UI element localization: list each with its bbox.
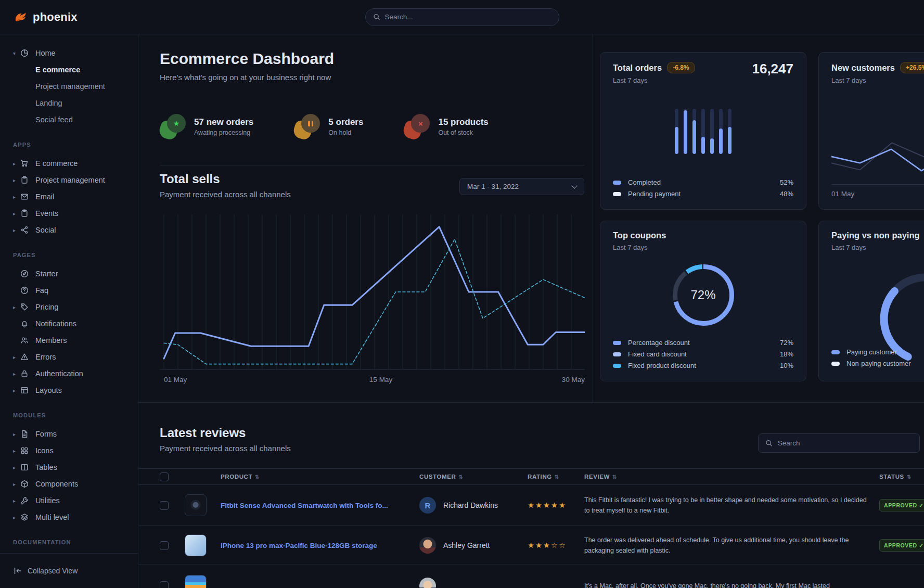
sidebar-item-errors[interactable]: ▸Errors xyxy=(0,349,138,365)
column-header-rating[interactable]: RATING⇅ xyxy=(528,474,584,480)
sidebar-item-label: Icons xyxy=(35,446,54,455)
sidebar-item-email[interactable]: ▸Email xyxy=(0,188,138,205)
row-checkbox[interactable] xyxy=(160,501,169,510)
reviews-search[interactable] xyxy=(758,433,920,453)
column-header-status[interactable]: STATUS⇅ xyxy=(879,474,924,480)
product-link[interactable]: iPhone 13 pro max-Pacific Blue-128GB sto… xyxy=(221,542,419,549)
global-search[interactable] xyxy=(365,8,559,26)
avatar: R xyxy=(419,497,436,514)
sidebar-subitem-social-feed[interactable]: Social feed xyxy=(0,111,138,128)
sidebar-item-utilities[interactable]: ▸Utilities xyxy=(0,492,138,509)
sidebar: ▾HomeE commerceProject managementLanding… xyxy=(0,34,138,588)
sidebar-item-authentication[interactable]: ▸Authentication xyxy=(0,365,138,382)
sidebar-item-faq[interactable]: Faq xyxy=(0,282,138,299)
caret-icon: ▸ xyxy=(13,161,20,167)
sidebar-item-multi-level[interactable]: ▸Multi level xyxy=(0,509,138,526)
caret-icon: ▾ xyxy=(13,50,20,56)
date-range-select[interactable]: Mar 1 - 31, 2022 xyxy=(459,178,584,195)
sidebar-group-heading: MODULES xyxy=(0,399,138,426)
sidebar-item-notifications[interactable]: Notifications xyxy=(0,315,138,332)
stat-icon-art xyxy=(294,114,320,139)
chevron-down-icon xyxy=(571,183,577,188)
order-bar xyxy=(684,109,687,154)
stat-text: 5 ordersOn hold xyxy=(328,117,363,136)
stat-icon-art: × xyxy=(404,114,430,139)
product-thumbnail[interactable] xyxy=(185,534,207,556)
card-period: Last 7 days xyxy=(613,244,793,251)
legend-value: 18% xyxy=(780,350,793,358)
x-axis-label: 01 May xyxy=(831,190,924,198)
sidebar-item-home[interactable]: ▾Home xyxy=(0,45,138,61)
column-header-product[interactable]: PRODUCT⇅ xyxy=(221,474,419,480)
sort-icon: ⇅ xyxy=(907,474,912,480)
row-checkbox[interactable] xyxy=(160,541,169,550)
product-thumbnail[interactable] xyxy=(185,494,207,516)
status-badge: APPROVED ✓ xyxy=(879,499,924,512)
legend-item: Fixed product discount10% xyxy=(613,362,793,369)
select-all-checkbox[interactable] xyxy=(160,472,169,481)
caret-icon: ▸ xyxy=(13,431,20,437)
sidebar-item-tables[interactable]: ▸Tables xyxy=(0,459,138,476)
sidebar-item-events[interactable]: ▸Events xyxy=(0,205,138,222)
column-header-customer[interactable]: CUSTOMER⇅ xyxy=(419,474,528,480)
stat-icon-art: ★ xyxy=(160,114,186,139)
product-link[interactable]: Fitbit Sense Advanced Smartwatch with To… xyxy=(221,502,419,509)
legend-swatch-icon xyxy=(613,181,621,185)
sidebar-subitem-project-management[interactable]: Project management xyxy=(0,78,138,95)
stat-value: 5 orders xyxy=(328,117,363,127)
avatar xyxy=(419,578,436,588)
stat-caption: On hold xyxy=(328,129,363,136)
order-bar xyxy=(710,109,714,154)
legend-value: 48% xyxy=(780,190,793,198)
product-thumbnail[interactable] xyxy=(185,575,207,588)
sidebar-group-heading: DOCUMENTATION xyxy=(0,526,138,553)
sidebar-item-members[interactable]: Members xyxy=(0,332,138,349)
top-navbar: phoenix xyxy=(0,0,924,34)
column-header-label: CUSTOMER xyxy=(419,474,456,480)
sidebar-item-social[interactable]: ▸Social xyxy=(0,222,138,238)
brand[interactable]: phoenix xyxy=(14,0,78,34)
sidebar-subitem-landing[interactable]: Landing xyxy=(0,95,138,111)
legend-label: Fixed product discount xyxy=(628,362,696,369)
stat-value: 57 new orders xyxy=(194,117,253,127)
collapse-label: Collapsed View xyxy=(28,567,78,575)
phoenix-logo-icon xyxy=(14,10,28,24)
card-total-orders: Total orders -6.8% 16,247 Last 7 days Co… xyxy=(600,52,806,210)
sidebar-item-icons[interactable]: ▸Icons xyxy=(0,442,138,459)
compass-icon xyxy=(20,270,29,278)
clipboard-icon xyxy=(20,176,29,184)
sidebar-subitem-e-commerce[interactable]: E commerce xyxy=(0,61,138,78)
sidebar-item-project-management[interactable]: ▸Project management xyxy=(0,172,138,188)
card-period: Last 7 days xyxy=(831,76,924,84)
sidebar-collapse-toggle[interactable]: Collapsed View xyxy=(0,553,138,588)
sidebar-subitem-label: Landing xyxy=(35,99,62,107)
stat-caption: Out of stock xyxy=(438,129,488,136)
customer-cell: Ashley Garrett xyxy=(419,537,528,554)
sidebar-item-components[interactable]: ▸Components xyxy=(0,476,138,492)
caret-icon: ▸ xyxy=(13,211,20,216)
global-search-input[interactable] xyxy=(385,13,551,21)
card-title: New customers xyxy=(831,63,895,73)
order-bar xyxy=(701,109,705,154)
svg-text:01 May: 01 May xyxy=(164,376,187,384)
stat-value: 15 products xyxy=(438,117,488,127)
column-header-review[interactable]: REVIEW⇅ xyxy=(584,474,879,480)
sidebar-item-e-commerce[interactable]: ▸E commerce xyxy=(0,155,138,172)
sidebar-item-starter[interactable]: Starter xyxy=(0,265,138,282)
sidebar-item-pricing[interactable]: ▸Pricing xyxy=(0,299,138,315)
coupons-legend: Percentage discount72%Fixed card discoun… xyxy=(613,339,793,369)
collapse-icon xyxy=(14,567,22,575)
stat-red: ×15 productsOut of stock xyxy=(404,114,488,139)
row-checkbox[interactable] xyxy=(160,581,169,588)
status-badge: APPROVED ✓ xyxy=(879,539,924,552)
table-row: It's a Mac, after all. Once you've gone … xyxy=(138,565,924,588)
reviews-search-input[interactable] xyxy=(778,439,913,447)
sidebar-item-layouts[interactable]: ▸Layouts xyxy=(0,382,138,399)
share-icon xyxy=(20,226,29,234)
sidebar-item-forms[interactable]: ▸Forms xyxy=(0,426,138,442)
total-orders-value: 16,247 xyxy=(752,61,793,77)
column-header-label: RATING xyxy=(528,474,552,480)
brand-name: phoenix xyxy=(33,10,78,24)
customer-name: Ashley Garrett xyxy=(443,541,490,549)
customer-cell: RRichard Dawkins xyxy=(419,497,528,514)
